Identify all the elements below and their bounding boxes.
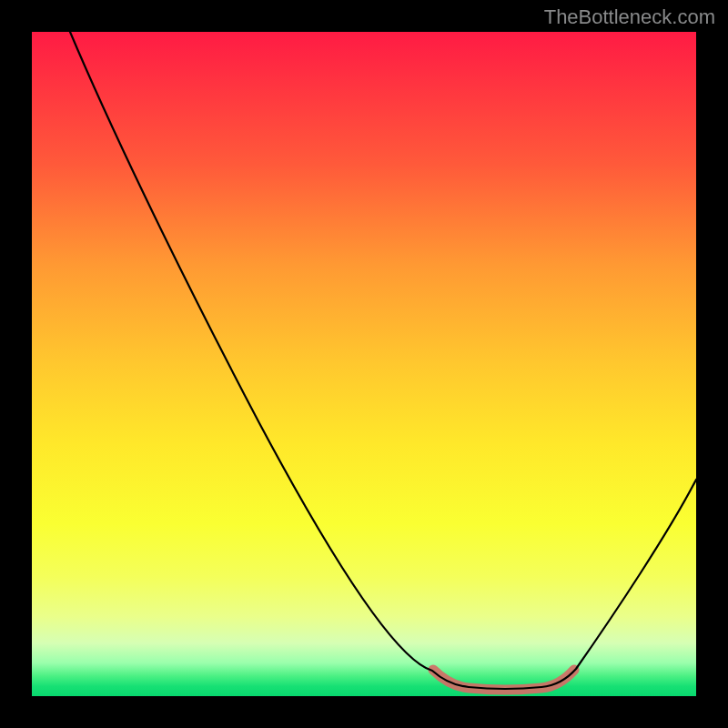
- optimum-highlight: [433, 670, 574, 690]
- bottleneck-curve: [70, 32, 696, 689]
- attribution-text: TheBottleneck.com: [544, 5, 715, 29]
- plot-area: [32, 32, 696, 696]
- chart-frame: TheBottleneck.com: [0, 0, 728, 728]
- curve-svg: [32, 32, 696, 696]
